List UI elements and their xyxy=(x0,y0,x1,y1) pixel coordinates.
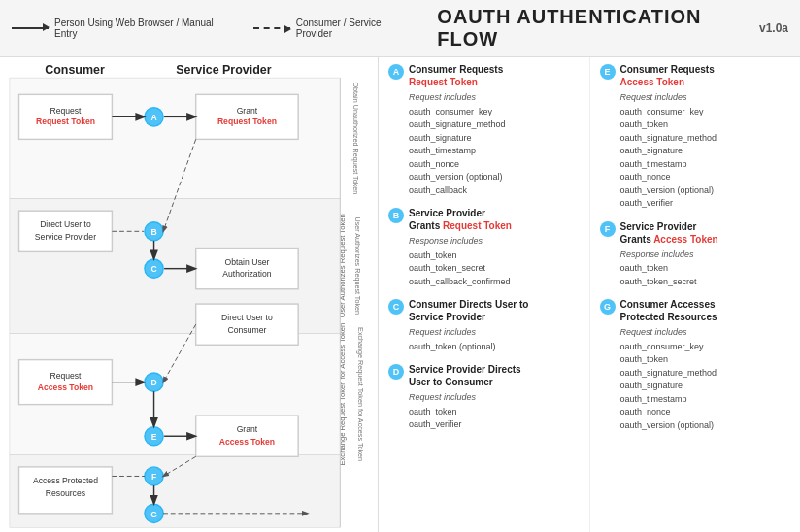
node-e-label: E xyxy=(151,432,157,442)
info-header-c: C Consumer Directs User toService Provid… xyxy=(388,298,580,323)
title-f: Service ProviderGrants Access Token xyxy=(620,220,718,246)
solid-line-icon xyxy=(12,27,49,29)
band-label-3: Exchange Request Token for Access Token xyxy=(338,323,347,466)
label-request: Request xyxy=(50,106,82,116)
info-header-b: B Service ProviderGrants Request Token xyxy=(388,207,580,232)
body-b-item-2: oauth_token_secret xyxy=(409,262,580,276)
band-label-2: User Authorizes Request Token xyxy=(338,214,347,317)
info-header-g: G Consumer AccessesProtected Resources xyxy=(600,298,791,323)
body-e-item-4: oauth_signature xyxy=(620,145,791,158)
node-f-label: F xyxy=(151,472,156,482)
label-grant-access-2: Access Token xyxy=(219,437,275,447)
info-section-e: E Consumer Requests Access Token Request… xyxy=(600,63,791,211)
body-a-item-7: oauth_callback xyxy=(409,184,580,198)
legend-bar: Person Using Web Browser / Manual Entry … xyxy=(0,0,800,57)
band-text-2: User Authorizes Request Token xyxy=(353,216,362,315)
body-d-item-1: oauth_token xyxy=(409,406,580,419)
body-e-item-3: oauth_signature_method xyxy=(620,132,791,146)
label-access-protected-1: Access Protected xyxy=(33,476,98,485)
band-text-3: Exchange Request Token for Access Token xyxy=(356,327,365,461)
body-b: Response includes oauth_token oauth_toke… xyxy=(409,235,580,288)
title-d: Service Provider DirectsUser to Consumer xyxy=(409,363,521,388)
title-a: Consumer Requests Request Token xyxy=(409,63,503,88)
body-a-item-1: oauth_consumer_key xyxy=(409,106,580,119)
body-g-item-6: oauth_nonce xyxy=(620,406,791,419)
body-a-label: Request includes xyxy=(409,91,580,105)
body-e-item-8: oauth_verifier xyxy=(620,197,791,211)
body-g-label: Request includes xyxy=(620,326,791,340)
body-a-item-4: oauth_timestamp xyxy=(409,145,580,158)
body-g-item-3: oauth_signature_method xyxy=(620,367,791,381)
badge-d: D xyxy=(388,364,404,380)
info-section-g: G Consumer AccessesProtected Resources R… xyxy=(600,298,791,432)
body-f-item-2: oauth_token_secret xyxy=(620,276,791,289)
sp-header: Service Provider xyxy=(176,63,271,77)
info-column-left: A Consumer Requests Request Token Reques… xyxy=(379,57,589,532)
body-e-item-1: oauth_consumer_key xyxy=(620,106,791,119)
body-c: Request includes oauth_token (optional) xyxy=(409,326,580,353)
label-direct-user-sp-2: Service Provider xyxy=(35,232,96,242)
title-c: Consumer Directs User toService Provider xyxy=(409,298,528,323)
solid-legend: Person Using Web Browser / Manual Entry xyxy=(12,17,230,39)
page-title: OAUTH AUTHENTICATION FLOW xyxy=(437,6,751,50)
band-text-1: Obtain Unauthorized Request Token xyxy=(351,83,360,195)
node-b-label: B xyxy=(150,227,156,237)
body-e-item-5: oauth_timestamp xyxy=(620,158,791,172)
body-c-label: Request includes xyxy=(409,326,580,340)
body-g-item-4: oauth_signature xyxy=(620,380,791,393)
body-f-item-1: oauth_token xyxy=(620,262,791,276)
body-g-item-1: oauth_consumer_key xyxy=(620,341,791,354)
info-header-d: D Service Provider DirectsUser to Consum… xyxy=(388,363,580,388)
node-d-label: D xyxy=(150,378,156,387)
label-access-token: Access Token xyxy=(38,382,93,392)
node-a-label: A xyxy=(150,113,156,122)
body-a-item-2: oauth_signature_method xyxy=(409,118,580,132)
label-obtain-user-auth-1: Obtain User xyxy=(224,257,269,267)
title-e: Consumer Requests Access Token xyxy=(620,63,715,88)
title-b: Service ProviderGrants Request Token xyxy=(409,207,512,232)
body-a-item-6: oauth_version (optional) xyxy=(409,171,580,184)
info-panel: A Consumer Requests Request Token Reques… xyxy=(379,57,800,532)
consumer-header: Consumer xyxy=(45,63,105,77)
title-d-plain: Service Provider DirectsUser to Consumer xyxy=(409,364,521,387)
body-f-label: Response includes xyxy=(620,249,791,262)
body-c-item-1: oauth_token (optional) xyxy=(409,341,580,354)
dashed-legend-label: Consumer / Service Provider xyxy=(296,17,415,39)
node-c-label: C xyxy=(150,264,156,274)
body-f: Response includes oauth_token oauth_toke… xyxy=(620,249,791,289)
title-e-plain: Consumer Requests xyxy=(620,64,715,75)
label-direct-user-consumer-1: Direct User to xyxy=(221,313,273,322)
title-c-plain: Consumer Directs User toService Provider xyxy=(409,299,528,322)
label-direct-user-sp-1: Direct User to xyxy=(40,219,91,229)
title-a-plain: Consumer Requests xyxy=(409,64,503,75)
title-b-highlight: Request Token xyxy=(443,220,512,231)
info-section-a: A Consumer Requests Request Token Reques… xyxy=(388,63,580,197)
title-a-highlight: Request Token xyxy=(409,77,478,87)
info-section-b: B Service ProviderGrants Request Token R… xyxy=(388,207,580,288)
badge-g: G xyxy=(600,299,616,315)
body-a: Request includes oauth_consumer_key oaut… xyxy=(409,91,580,197)
title-e-highlight: Access Token xyxy=(620,77,685,87)
body-g: Request includes oauth_consumer_key oaut… xyxy=(620,326,791,432)
body-g-item-7: oauth_version (optional) xyxy=(620,419,791,433)
badge-e: E xyxy=(600,64,616,80)
oauth-diagram-svg: Consumer Service Provider Obtain Unautho… xyxy=(0,57,378,532)
body-a-item-3: oauth_signature xyxy=(409,132,580,146)
dashed-line-icon xyxy=(253,27,290,29)
label-grant-request-token: Request Token xyxy=(217,116,277,126)
body-d: Request includes oauth_token oauth_verif… xyxy=(409,391,580,432)
body-e-label: Request includes xyxy=(620,91,791,105)
solid-legend-label: Person Using Web Browser / Manual Entry xyxy=(54,17,230,39)
label-request-token: Request Token xyxy=(36,116,95,126)
node-g-label: G xyxy=(150,510,157,519)
badge-f: F xyxy=(600,221,616,237)
badge-c: C xyxy=(388,299,404,315)
body-a-item-5: oauth_nonce xyxy=(409,158,580,172)
title-g: Consumer AccessesProtected Resources xyxy=(620,298,717,323)
body-d-label: Request includes xyxy=(409,391,580,405)
info-section-d: D Service Provider DirectsUser to Consum… xyxy=(388,363,580,432)
version-badge: v1.0a xyxy=(759,21,788,35)
info-header-a: A Consumer Requests Request Token xyxy=(388,63,580,88)
body-b-label: Response includes xyxy=(409,235,580,249)
label-request-access: Request xyxy=(50,371,82,381)
